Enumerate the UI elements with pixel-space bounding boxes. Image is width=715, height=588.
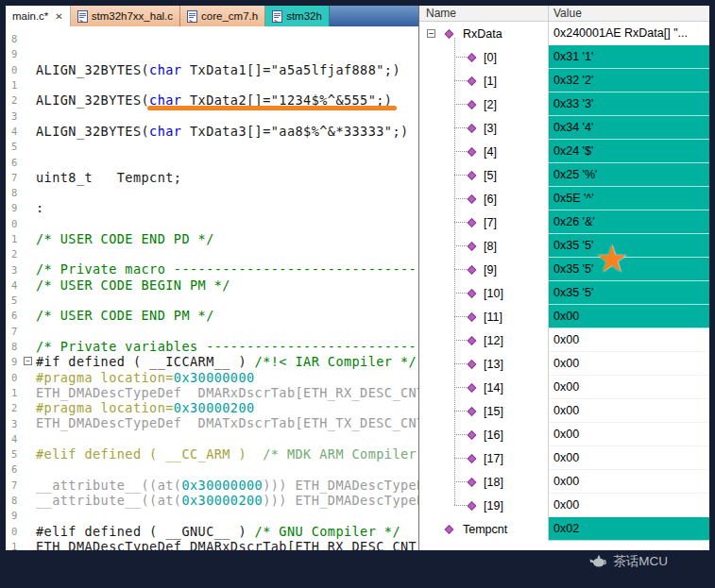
code-line[interactable]: 5	[6, 293, 418, 308]
variable-value[interactable]: 0x00	[549, 446, 709, 470]
line-number[interactable]: 8	[6, 33, 23, 44]
code-line[interactable]: 1ETH_DMADescTypeDef DMARxDscrTab[ETH_RX_…	[6, 539, 418, 550]
watch-row[interactable]: [9]0x35 '5'	[419, 258, 709, 281]
line-number[interactable]: 9	[6, 510, 23, 521]
line-number[interactable]: 6	[6, 463, 23, 475]
variable-value[interactable]: 0x24 '$'	[549, 140, 709, 163]
watch-row[interactable]: [11]0x00	[419, 305, 709, 328]
watch-row[interactable]: [2]0x33 '3'	[419, 92, 709, 116]
variable-value[interactable]: 0x32 '2'	[549, 69, 709, 92]
line-number[interactable]: 0	[6, 526, 23, 537]
variable-value[interactable]: 0x240001AE RxData[] "...	[549, 22, 709, 45]
line-number[interactable]: 2	[6, 402, 23, 413]
line-number[interactable]: 1	[6, 233, 23, 244]
watch-row[interactable]: [17]0x00	[419, 446, 709, 470]
variable-value[interactable]: 0x00	[549, 376, 709, 399]
variable-value[interactable]: 0x00	[549, 423, 709, 446]
close-icon[interactable]: ✕	[55, 11, 62, 22]
line-number[interactable]: 5	[6, 294, 23, 306]
variable-value[interactable]: 0x00	[549, 470, 709, 494]
line-number[interactable]: 1	[6, 541, 23, 550]
line-number[interactable]: 9	[6, 356, 23, 367]
line-number[interactable]: 5	[6, 141, 23, 152]
code-line[interactable]: 6	[6, 462, 418, 477]
variable-value[interactable]: 0x02	[549, 517, 709, 541]
watch-row[interactable]: [18]0x00	[419, 470, 709, 494]
code-line[interactable]: 8	[6, 185, 418, 200]
watch-row[interactable]: −RxData0x240001AE RxData[] "...	[419, 22, 709, 45]
line-number[interactable]: 8	[6, 495, 23, 506]
line-number[interactable]: 3	[6, 110, 23, 122]
variable-value[interactable]: 0x35 '5'	[549, 234, 709, 258]
tab-stm32h[interactable]: stm32h	[265, 6, 330, 26]
variable-value[interactable]: 0x34 '4'	[549, 116, 709, 140]
code-line[interactable]: 2	[6, 246, 418, 261]
line-number[interactable]: 7	[6, 479, 23, 491]
line-number[interactable]: 9	[6, 202, 23, 213]
code-line[interactable]: 6	[6, 154, 418, 169]
watch-row[interactable]: [3]0x34 '4'	[419, 116, 709, 140]
watch-row[interactable]: [14]0x00	[419, 376, 709, 399]
watch-row[interactable]: [12]0x00	[419, 328, 709, 352]
watch-row[interactable]: [0]0x31 '1'	[419, 45, 709, 69]
variable-value[interactable]: 0x00	[549, 399, 709, 423]
variable-value[interactable]: 0x31 '1'	[549, 45, 709, 69]
line-number[interactable]: 3	[6, 418, 23, 429]
code-line[interactable]: 9	[6, 508, 418, 523]
variable-value[interactable]: 0x25 '%'	[549, 163, 709, 187]
variable-value[interactable]: 0x00	[549, 305, 709, 328]
code-line[interactable]: 2#pragma location=0x30000200	[6, 400, 418, 415]
fold-toggle-icon[interactable]: −	[24, 357, 32, 365]
code-line[interactable]: 6/* USER CODE END PM */	[6, 308, 418, 323]
code-line[interactable]: 4	[6, 431, 418, 446]
code-line[interactable]: 1ETH_DMADescTypeDef DMARxDscrTab[ETH_RX_…	[6, 385, 418, 400]
watch-row[interactable]: [4]0x24 '$'	[419, 140, 709, 163]
line-number[interactable]: 4	[6, 433, 23, 445]
tab-stm32h7xx-hal-c[interactable]: stm32h7xx_hal.c	[71, 6, 180, 26]
watch-row[interactable]: Tempcnt0x02	[419, 517, 709, 541]
watch-row[interactable]: [16]0x00	[419, 423, 709, 446]
watch-row[interactable]: [7]0x26 '&'	[419, 210, 709, 234]
line-number[interactable]: 8	[6, 341, 23, 352]
line-number[interactable]: 7	[6, 172, 23, 183]
tab-core-cm7-h[interactable]: core_cm7.h	[180, 6, 265, 26]
line-number[interactable]: 4	[6, 126, 23, 137]
line-number[interactable]: 6	[6, 157, 23, 168]
code-line[interactable]: 4ALIGN_32BYTES(char TxData3[]="aa8$%^&*3…	[6, 124, 418, 139]
variable-value[interactable]: 0x00	[549, 352, 709, 376]
watch-row[interactable]: [15]0x00	[419, 399, 709, 423]
variable-value[interactable]: 0x33 '3'	[549, 92, 709, 116]
line-number[interactable]: 0	[6, 64, 23, 76]
code-line[interactable]: 1	[6, 77, 418, 92]
code-line[interactable]: 2ALIGN_32BYTES(char TxData2[]="1234$%^&5…	[6, 92, 418, 108]
code-line[interactable]: 0#pragma location=0x30000000	[6, 370, 418, 385]
watch-row[interactable]: [1]0x32 '2'	[419, 69, 709, 92]
watch-row[interactable]: [8]0x35 '5'	[419, 234, 709, 258]
line-number[interactable]: 4	[6, 279, 23, 291]
variable-value[interactable]: 0x26 '&'	[549, 210, 709, 234]
code-line[interactable]: 9:	[6, 200, 418, 215]
line-number[interactable]: 5	[6, 448, 23, 460]
variable-value[interactable]: 0x00	[549, 328, 709, 352]
code-line[interactable]: 5#elif defined ( __CC_ARM ) /* MDK ARM C…	[6, 446, 418, 462]
line-number[interactable]: 9	[6, 48, 23, 59]
tab-main-c[interactable]: main.c* ✕	[6, 6, 71, 26]
watch-row[interactable]: [5]0x25 '%'	[419, 163, 709, 187]
code-line[interactable]: 7__attribute__((at(0x30000000))) ETH_DMA…	[6, 478, 418, 493]
column-header-name[interactable]: Name	[419, 6, 549, 21]
code-line[interactable]: 0#elif defined ( __GNUC__ ) /* GNU Compi…	[6, 524, 418, 539]
column-header-value[interactable]: Value	[549, 6, 709, 21]
code-editor[interactable]: 890ALIGN_32BYTES(char TxData1[]="a5a5lfj…	[6, 26, 418, 550]
line-number[interactable]: 0	[6, 372, 23, 383]
code-line[interactable]: 3ETH_DMADescTypeDef DMATxDscrTab[ETH_TX_…	[6, 415, 418, 430]
expand-toggle[interactable]: −	[427, 29, 435, 38]
variable-value[interactable]: 0x35 '5'	[549, 258, 709, 281]
code-line[interactable]: 7uint8_t Tempcnt;	[6, 170, 418, 185]
code-line[interactable]: 8	[6, 31, 418, 46]
code-line[interactable]: 9	[6, 46, 418, 61]
code-line[interactable]: 1/* USER CODE END PD */	[6, 231, 418, 246]
watch-row[interactable]: [10]0x35 '5'	[419, 281, 709, 305]
code-line[interactable]: 9−#if defined ( __ICCARM__ ) /*!< IAR Co…	[6, 354, 418, 369]
watch-row[interactable]: [13]0x00	[419, 352, 709, 376]
code-line[interactable]: 8/* Private variables ------------------…	[6, 339, 418, 354]
